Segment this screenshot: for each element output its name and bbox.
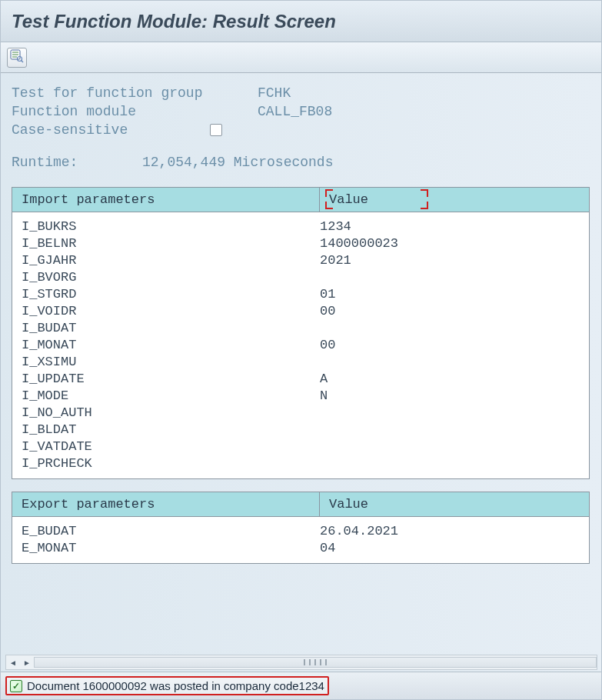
page-title: Test Function Module: Result Screen bbox=[12, 11, 336, 32]
export-body: E_BUDAT26.04.2021E_MONAT04 bbox=[12, 517, 589, 563]
table-header: Export parameters Value bbox=[12, 492, 589, 517]
param-name: E_MONAT bbox=[22, 540, 320, 557]
import-body: I_BUKRS1234I_BELNR1400000023I_GJAHR2021I… bbox=[12, 212, 589, 478]
details-button[interactable] bbox=[7, 48, 27, 68]
header-value[interactable]: Value bbox=[320, 188, 589, 212]
param-value: 2021 bbox=[320, 252, 580, 269]
details-icon bbox=[10, 49, 24, 66]
param-value: 00 bbox=[320, 337, 580, 354]
scroll-track[interactable] bbox=[34, 657, 597, 668]
info-value: FCHK bbox=[258, 84, 291, 102]
param-name: I_GJAHR bbox=[22, 252, 320, 269]
status-text: Document 1600000092 was posted in compan… bbox=[27, 679, 324, 692]
param-value: 04 bbox=[320, 540, 580, 557]
param-name: I_XSIMU bbox=[22, 354, 320, 371]
param-name: I_VATDATE bbox=[22, 438, 320, 455]
table-row[interactable]: I_GJAHR2021 bbox=[12, 252, 589, 269]
param-value: 26.04.2021 bbox=[320, 523, 580, 540]
scroll-left-icon[interactable]: ◄ bbox=[8, 657, 18, 668]
info-row-case: Case-sensitive bbox=[12, 121, 594, 139]
param-name: I_BUKRS bbox=[22, 218, 320, 235]
export-parameters-table: Export parameters Value E_BUDAT26.04.202… bbox=[12, 492, 590, 564]
param-value: N bbox=[320, 388, 580, 405]
import-parameters-table: Import parameters Value I_BUKRS1234I_BEL… bbox=[12, 187, 590, 479]
param-name: I_NO_AUTH bbox=[22, 405, 320, 422]
header-value[interactable]: Value bbox=[320, 492, 589, 516]
param-value bbox=[320, 354, 580, 371]
param-name: I_BVORG bbox=[22, 269, 320, 286]
param-name: E_BUDAT bbox=[22, 523, 320, 540]
param-name: I_UPDATE bbox=[22, 371, 320, 388]
table-row[interactable]: I_STGRD01 bbox=[12, 286, 589, 303]
horizontal-scrollbar[interactable]: ◄ ► bbox=[5, 655, 597, 670]
function-info: Test for function group FCHK Function mo… bbox=[12, 84, 594, 172]
table-row[interactable]: I_BLDAT bbox=[12, 422, 589, 438]
table-row[interactable]: I_MODEN bbox=[12, 388, 589, 405]
status-bar: ✓ Document 1600000092 was posted in comp… bbox=[1, 672, 601, 699]
svg-line-5 bbox=[22, 60, 24, 62]
param-name: I_MODE bbox=[22, 388, 320, 405]
body-area: Test for function group FCHK Function mo… bbox=[1, 73, 601, 584]
info-value: CALL_FB08 bbox=[258, 102, 332, 121]
case-sensitive-checkbox[interactable] bbox=[210, 124, 222, 136]
table-row[interactable]: I_NO_AUTH bbox=[12, 405, 589, 422]
header-value-text: Value bbox=[329, 192, 368, 207]
param-name: I_STGRD bbox=[22, 286, 320, 303]
table-row[interactable]: I_BUKRS1234 bbox=[12, 218, 589, 235]
table-header: Import parameters Value bbox=[12, 188, 589, 212]
table-row[interactable]: I_UPDATEA bbox=[12, 371, 589, 388]
table-row[interactable]: E_BUDAT26.04.2021 bbox=[12, 523, 589, 540]
table-row[interactable]: E_MONAT04 bbox=[12, 540, 589, 557]
table-row[interactable]: I_BUDAT bbox=[12, 320, 589, 337]
runtime-label: Runtime: bbox=[12, 153, 142, 172]
param-name: I_MONAT bbox=[22, 337, 320, 354]
param-name: I_VOIDR bbox=[22, 303, 320, 320]
param-value: 00 bbox=[320, 303, 580, 320]
param-value: 1234 bbox=[320, 218, 580, 235]
scroll-right-icon[interactable]: ► bbox=[22, 657, 32, 668]
param-value: 01 bbox=[320, 286, 580, 303]
info-label: Test for function group bbox=[12, 84, 258, 102]
title-bar: Test Function Module: Result Screen bbox=[1, 1, 601, 42]
param-value: 1400000023 bbox=[320, 235, 580, 252]
toolbar bbox=[1, 42, 601, 73]
table-row[interactable]: I_PRCHECK bbox=[12, 455, 589, 472]
param-name: I_PRCHECK bbox=[22, 455, 320, 472]
param-value bbox=[320, 438, 580, 455]
table-row[interactable]: I_BELNR1400000023 bbox=[12, 235, 589, 252]
param-value: A bbox=[320, 371, 580, 388]
param-value bbox=[320, 269, 580, 286]
param-name: I_BLDAT bbox=[22, 422, 320, 438]
header-name[interactable]: Export parameters bbox=[12, 492, 320, 516]
param-value bbox=[320, 455, 580, 472]
success-check-icon: ✓ bbox=[10, 680, 22, 692]
param-value bbox=[320, 422, 580, 438]
result-screen: Test Function Module: Result Screen Test… bbox=[0, 0, 602, 700]
param-name: I_BELNR bbox=[22, 235, 320, 252]
scroll-grip-icon bbox=[304, 659, 327, 665]
runtime-value: 12,054,449 Microseconds bbox=[142, 153, 333, 172]
table-row[interactable]: I_VATDATE bbox=[12, 438, 589, 455]
runtime-row: Runtime: 12,054,449 Microseconds bbox=[12, 153, 594, 172]
table-row[interactable]: I_BVORG bbox=[12, 269, 589, 286]
param-name: I_BUDAT bbox=[22, 320, 320, 337]
param-value bbox=[320, 320, 580, 337]
table-row[interactable]: I_VOIDR00 bbox=[12, 303, 589, 320]
info-label: Function module bbox=[12, 102, 258, 121]
info-row-module: Function module CALL_FB08 bbox=[12, 102, 594, 121]
param-value bbox=[320, 405, 580, 422]
header-name[interactable]: Import parameters bbox=[12, 188, 320, 212]
info-row-group: Test for function group FCHK bbox=[12, 84, 594, 102]
table-row[interactable]: I_XSIMU bbox=[12, 354, 589, 371]
status-message: ✓ Document 1600000092 was posted in comp… bbox=[5, 676, 329, 695]
table-row[interactable]: I_MONAT00 bbox=[12, 337, 589, 354]
